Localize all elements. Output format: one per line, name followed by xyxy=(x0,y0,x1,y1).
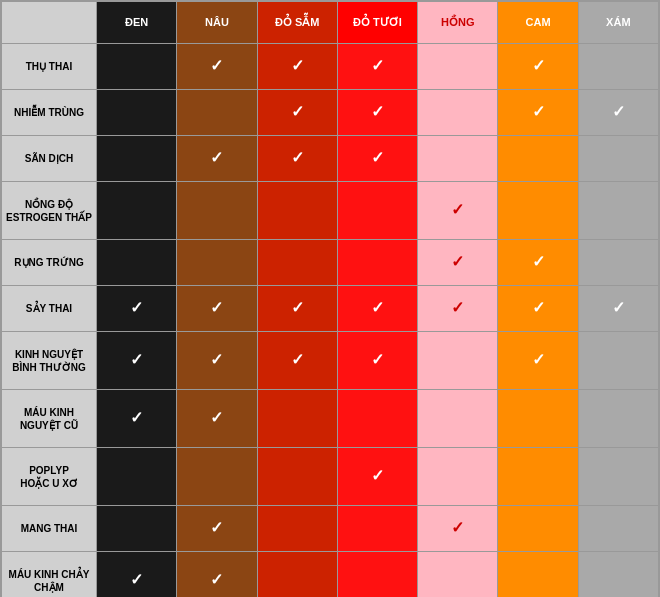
header-hong: HỒNG xyxy=(418,2,498,44)
cell-dosam: ✓ xyxy=(257,286,337,332)
cell-dosam xyxy=(257,390,337,448)
cell-xam: ✓ xyxy=(578,90,658,136)
cell-hong: ✓ xyxy=(418,286,498,332)
row-label: NỒNG ĐỘESTROGEN THẤP xyxy=(2,182,97,240)
cell-xam xyxy=(578,390,658,448)
table-row: POPLYPHOẶC U XƠ✓ xyxy=(2,448,659,506)
cell-nau: ✓ xyxy=(177,552,257,598)
cell-dotuoi xyxy=(337,240,417,286)
cell-den xyxy=(97,506,177,552)
row-label: MÁU KINHNGUYỆT CŨ xyxy=(2,390,97,448)
header-cam: CAM xyxy=(498,2,578,44)
cell-hong xyxy=(418,332,498,390)
cell-cam xyxy=(498,506,578,552)
cell-cam: ✓ xyxy=(498,286,578,332)
table-row: KINH NGUYỆTBÌNH THƯỜNG✓✓✓✓✓ xyxy=(2,332,659,390)
header-row-label xyxy=(2,2,97,44)
cell-nau: ✓ xyxy=(177,44,257,90)
table-row: RỤNG TRỨNG✓✓ xyxy=(2,240,659,286)
cell-hong xyxy=(418,44,498,90)
cell-den xyxy=(97,136,177,182)
cell-xam xyxy=(578,506,658,552)
row-label: SẢY THAI xyxy=(2,286,97,332)
cell-xam xyxy=(578,240,658,286)
cell-cam xyxy=(498,390,578,448)
row-label: RỤNG TRỨNG xyxy=(2,240,97,286)
cell-dotuoi: ✓ xyxy=(337,44,417,90)
cell-cam xyxy=(498,552,578,598)
row-label: THỤ THAI xyxy=(2,44,97,90)
header-row: ĐEN NÂU ĐỎ SẪM ĐỎ TƯƠI HỒNG CAM xyxy=(2,2,659,44)
cell-den xyxy=(97,182,177,240)
cell-dotuoi: ✓ xyxy=(337,448,417,506)
row-label: NHIỄM TRÙNG xyxy=(2,90,97,136)
cell-den: ✓ xyxy=(97,552,177,598)
cell-dosam xyxy=(257,448,337,506)
cell-cam xyxy=(498,136,578,182)
table-row: SẢY THAI✓✓✓✓✓✓✓ xyxy=(2,286,659,332)
cell-nau xyxy=(177,448,257,506)
cell-hong: ✓ xyxy=(418,240,498,286)
cell-dosam: ✓ xyxy=(257,44,337,90)
cell-hong xyxy=(418,448,498,506)
cell-cam xyxy=(498,448,578,506)
cell-den xyxy=(97,44,177,90)
cell-dotuoi: ✓ xyxy=(337,286,417,332)
row-label: SÃN DỊCH xyxy=(2,136,97,182)
header-den: ĐEN xyxy=(97,2,177,44)
cell-dosam: ✓ xyxy=(257,136,337,182)
cell-nau: ✓ xyxy=(177,332,257,390)
row-label: MANG THAI xyxy=(2,506,97,552)
cell-dosam xyxy=(257,240,337,286)
cell-xam xyxy=(578,182,658,240)
cell-hong xyxy=(418,390,498,448)
cell-nau: ✓ xyxy=(177,136,257,182)
cell-xam: ✓ xyxy=(578,286,658,332)
cell-dotuoi: ✓ xyxy=(337,332,417,390)
header-dosam: ĐỎ SẪM xyxy=(257,2,337,44)
cell-den xyxy=(97,90,177,136)
table-row: SÃN DỊCH✓✓✓ xyxy=(2,136,659,182)
table-row: NỒNG ĐỘESTROGEN THẤP✓ xyxy=(2,182,659,240)
cell-xam xyxy=(578,44,658,90)
cell-dosam xyxy=(257,552,337,598)
cell-cam: ✓ xyxy=(498,90,578,136)
cell-dosam: ✓ xyxy=(257,90,337,136)
cell-dosam xyxy=(257,182,337,240)
row-label: KINH NGUYỆTBÌNH THƯỜNG xyxy=(2,332,97,390)
cell-dotuoi xyxy=(337,552,417,598)
cell-cam: ✓ xyxy=(498,240,578,286)
cell-nau xyxy=(177,182,257,240)
cell-hong: ✓ xyxy=(418,506,498,552)
color-indicator-table: ĐEN NÂU ĐỎ SẪM ĐỎ TƯƠI HỒNG CAM xyxy=(1,1,659,597)
cell-dotuoi: ✓ xyxy=(337,136,417,182)
cell-nau: ✓ xyxy=(177,286,257,332)
cell-hong xyxy=(418,136,498,182)
table-row: MANG THAI✓✓ xyxy=(2,506,659,552)
cell-den: ✓ xyxy=(97,332,177,390)
cell-dotuoi xyxy=(337,182,417,240)
main-table-container: ĐEN NÂU ĐỎ SẪM ĐỎ TƯƠI HỒNG CAM xyxy=(0,0,660,597)
row-label: POPLYPHOẶC U XƠ xyxy=(2,448,97,506)
cell-hong: ✓ xyxy=(418,182,498,240)
table-row: MÁU KINHNGUYỆT CŨ✓✓ xyxy=(2,390,659,448)
cell-den xyxy=(97,448,177,506)
cell-xam xyxy=(578,448,658,506)
cell-dosam: ✓ xyxy=(257,332,337,390)
cell-cam xyxy=(498,182,578,240)
cell-cam: ✓ xyxy=(498,332,578,390)
table-row: MÁU KINH CHẢYCHẬM✓✓ xyxy=(2,552,659,598)
header-nau: NÂU xyxy=(177,2,257,44)
header-xam: XÁM xyxy=(578,2,658,44)
header-dotuoi: ĐỎ TƯƠI xyxy=(337,2,417,44)
cell-xam xyxy=(578,552,658,598)
cell-den xyxy=(97,240,177,286)
cell-hong xyxy=(418,90,498,136)
table-row: THỤ THAI✓✓✓✓ xyxy=(2,44,659,90)
cell-dotuoi: ✓ xyxy=(337,90,417,136)
cell-dosam xyxy=(257,506,337,552)
cell-nau: ✓ xyxy=(177,506,257,552)
table-row: NHIỄM TRÙNG✓✓✓✓ xyxy=(2,90,659,136)
cell-dotuoi xyxy=(337,506,417,552)
cell-xam xyxy=(578,332,658,390)
